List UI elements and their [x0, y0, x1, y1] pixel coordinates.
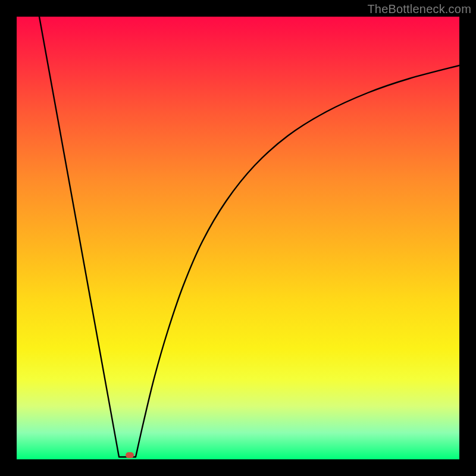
- bottleneck-curve: [17, 17, 459, 459]
- chart-plot-area: [17, 17, 459, 459]
- watermark-text: TheBottleneck.com: [367, 2, 471, 16]
- optimal-point-marker: [126, 452, 134, 458]
